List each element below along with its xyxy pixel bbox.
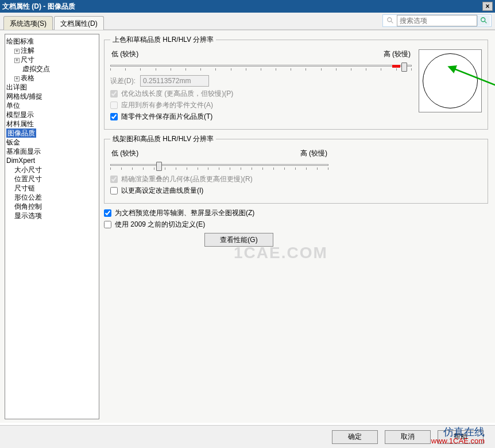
apply-all-checkbox (110, 102, 118, 109)
tree-units[interactable]: 单位 (6, 101, 98, 110)
tab-document-properties[interactable]: 文档属性(D) (54, 16, 104, 30)
slider-low-label: 低 (较快) (111, 49, 138, 59)
tree-annotations[interactable]: +注解 (6, 46, 98, 55)
tree-size-dim[interactable]: 大小尺寸 (6, 165, 98, 174)
deviation-label: 误差(D): (110, 76, 136, 86)
shaded-quality-slider[interactable] (110, 60, 412, 72)
wireframe-quality-slider[interactable] (110, 159, 328, 171)
slider-low-label: 低 (较快) (111, 149, 138, 158)
slider-high-label: 高 (较慢) (300, 149, 327, 158)
expand-icon[interactable]: + (14, 49, 20, 54)
dialog-footer: 确定 取消 帮助 (0, 425, 495, 448)
close-button[interactable]: × (482, 2, 493, 11)
improve-curve-checkbox[interactable] (110, 187, 118, 194)
tree-loc-dim[interactable]: 位置尺寸 (6, 174, 98, 184)
title-bar: 文档属性 (D) - 图像品质 × (0, 0, 495, 13)
wireframe-quality-group: 线架图和高品质 HLR/HLV 分辨率 低 (较快) 高 (较慢) 精确渲染重叠… (104, 134, 488, 204)
tree-dimxpert[interactable]: DimXpert (6, 156, 98, 165)
tree-grid-snap[interactable]: 网格线/捕捉 (6, 92, 98, 101)
shaded-quality-legend: 上色和草稿品质 HLR/HLV 分辨率 (110, 35, 216, 45)
deviation-input (140, 75, 209, 87)
opt-edge-checkbox (110, 90, 118, 98)
improve-curve-label: 以更高设定改进曲线质量(I) (121, 186, 203, 196)
expand-icon[interactable]: + (14, 58, 20, 63)
tree-display-options[interactable]: 显示选项 (6, 211, 98, 220)
precise-render-label: 精确渲染重叠的几何体(品质更高但更慢)(R) (121, 174, 253, 184)
shaded-quality-group: 上色和草稿品质 HLR/HLV 分辨率 低 (较快) 高 (较慢) (104, 35, 488, 130)
tree-chain-dim[interactable]: 尺寸链 (6, 184, 98, 193)
tree-sheet-metal[interactable]: 钣金 (6, 138, 98, 147)
tree-detailing[interactable]: 出详图 (6, 83, 98, 92)
search-icon (386, 17, 395, 25)
expand-icon[interactable]: + (14, 76, 20, 81)
slider-red-zone (392, 65, 400, 68)
search-icon (480, 17, 488, 25)
tree-drafting-standard[interactable]: 绘图标准 (6, 37, 98, 46)
tree-image-quality[interactable]: 图像品质 (6, 128, 98, 138)
svg-line-1 (391, 21, 393, 24)
pre2009-label: 使用 2009 之前的切边定义(E) (115, 220, 205, 229)
ok-button[interactable]: 确定 (332, 430, 378, 444)
tree-virtual-sharps[interactable]: 虚拟交点 (6, 64, 98, 73)
tab-system-options[interactable]: 系统选项(S) (3, 16, 53, 30)
window-title: 文档属性 (D) - 图像品质 (2, 2, 75, 11)
help-button[interactable]: 帮助 (438, 430, 484, 444)
search-button[interactable] (477, 15, 490, 26)
tree-model-display[interactable]: 模型显示 (6, 110, 98, 119)
cancel-button[interactable]: 取消 (385, 430, 431, 444)
circle-preview (423, 53, 478, 108)
search-input[interactable] (397, 15, 477, 26)
svg-point-0 (388, 18, 392, 22)
pre2009-checkbox[interactable] (104, 221, 111, 228)
quality-preview (419, 49, 482, 112)
iso-preview-checkbox[interactable] (104, 209, 111, 217)
view-performance-button[interactable]: 查看性能(G) (204, 233, 273, 247)
category-tree[interactable]: 绘图标准 +注解 +尺寸 虚拟交点 +表格 出详图 网格线/捕捉 单位 模型显示… (5, 34, 99, 419)
main-panel: 上色和草稿品质 HLR/HLV 分辨率 低 (较快) 高 (较慢) (102, 30, 495, 423)
svg-line-3 (484, 21, 486, 24)
save-tess-label: 随零件文件保存面片化品质(T) (121, 112, 212, 122)
tree-chamfer[interactable]: 倒角控制 (6, 202, 98, 211)
svg-point-2 (481, 18, 485, 22)
search-box[interactable] (382, 14, 492, 27)
apply-all-label: 应用到所有参考的零件文件(A) (121, 100, 213, 110)
precise-render-checkbox (110, 176, 118, 183)
opt-edge-label: 优化边线长度 (更高品质，但较慢)(P) (121, 89, 233, 99)
iso-preview-label: 为文档预览使用等轴测、整屏显示全图视图(Z) (115, 208, 254, 218)
slider-high-label: 高 (较慢) (384, 49, 411, 59)
tree-dimensions[interactable]: +尺寸 (6, 55, 98, 64)
tree-material-props[interactable]: 材料属性 (6, 119, 98, 128)
tree-plane-display[interactable]: 基准面显示 (6, 147, 98, 156)
toolbar: 系统选项(S) 文档属性(D) (0, 13, 495, 30)
save-tess-checkbox[interactable] (110, 113, 118, 120)
tree-tables[interactable]: +表格 (6, 73, 98, 83)
wireframe-quality-legend: 线架图和高品质 HLR/HLV 分辨率 (110, 134, 216, 144)
tree-geo-tol[interactable]: 形位公差 (6, 193, 98, 202)
